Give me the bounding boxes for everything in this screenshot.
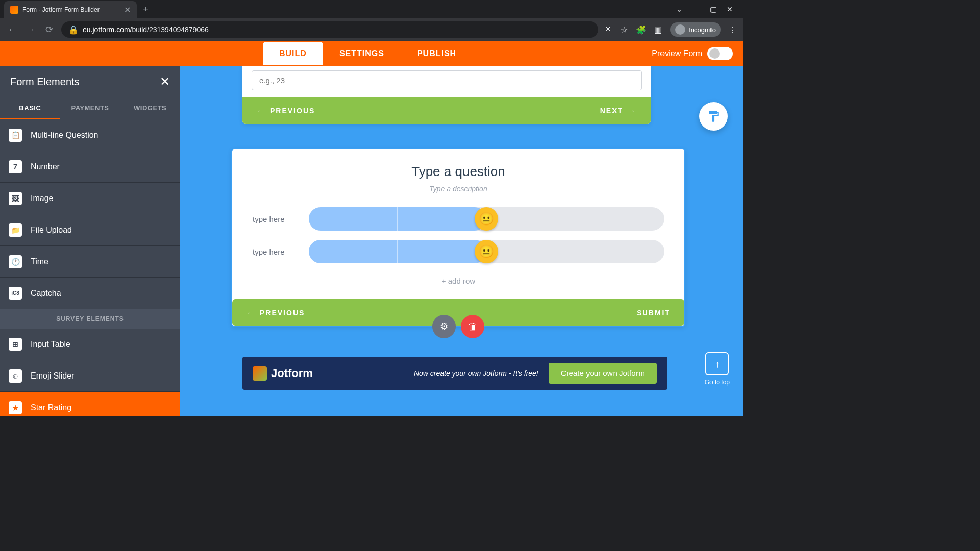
- emoji-slider-track[interactable]: 😐: [309, 207, 664, 231]
- browser-chrome: Form - Jotform Form Builder ✕ + ⌄ ― ▢ ✕ …: [0, 0, 743, 41]
- star-icon: ★: [9, 401, 22, 414]
- previous-button[interactable]: ← PREVIOUS: [257, 107, 315, 115]
- paint-roller-icon: [707, 110, 720, 123]
- slider-emoji-handle[interactable]: 😐: [475, 240, 498, 263]
- sidebar-title: Form Elements: [10, 76, 80, 88]
- form-canvas[interactable]: ← PREVIOUS NEXT → Type a question Type a…: [180, 66, 743, 416]
- element-number[interactable]: 7 Number: [0, 151, 180, 183]
- section-survey-elements: SURVEY ELEMENTS: [0, 309, 180, 329]
- back-button[interactable]: ←: [6, 24, 18, 35]
- incognito-badge: Incognito: [670, 22, 721, 37]
- url-input[interactable]: 🔒 eu.jotform.com/build/231394094879066: [61, 21, 598, 38]
- element-multiline-question[interactable]: 📋 Multi-line Question: [0, 119, 180, 151]
- eye-off-icon[interactable]: 👁: [604, 25, 612, 34]
- sidebar-tabs: BASIC PAYMENTS WIDGETS: [0, 97, 180, 119]
- sidepanel-icon[interactable]: ▥: [654, 25, 662, 35]
- slider-row: type here 😐: [253, 240, 664, 263]
- browser-tab[interactable]: Form - Jotform Form Builder ✕: [4, 1, 137, 18]
- element-captcha[interactable]: iC8 Captcha: [0, 278, 180, 309]
- sidebar-tab-basic[interactable]: BASIC: [0, 97, 60, 119]
- emoji-icon: ☺: [9, 369, 22, 383]
- url-text: eu.jotform.com/build/231394094879066: [83, 26, 209, 34]
- favicon-icon: [10, 6, 18, 14]
- preview-toggle[interactable]: [707, 47, 733, 60]
- jotform-logo: Jotform: [253, 366, 313, 381]
- number-input-preview[interactable]: [252, 70, 642, 90]
- slider-fill: [309, 207, 486, 231]
- element-input-table[interactable]: ⊞ Input Table: [0, 329, 180, 360]
- tab-bar: Form - Jotform Form Builder ✕ + ⌄ ― ▢ ✕: [0, 0, 743, 18]
- element-emoji-slider[interactable]: ☺ Emoji Slider: [0, 360, 180, 392]
- caret-down-icon[interactable]: ⌄: [676, 5, 682, 13]
- previous-button[interactable]: ← PREVIOUS: [247, 309, 305, 317]
- reload-button[interactable]: ⟳: [43, 24, 55, 35]
- captcha-icon: iC8: [9, 287, 22, 300]
- app-header: BUILD SETTINGS PUBLISH Preview Form: [0, 41, 743, 66]
- promo-banner: Jotform Now create your own Jotform - It…: [242, 357, 667, 390]
- add-row-button[interactable]: + add row: [253, 272, 664, 289]
- slider-row-label[interactable]: type here: [253, 247, 299, 256]
- tab-title: Form - Jotform Form Builder: [22, 6, 120, 13]
- form-card-emoji-slider[interactable]: Type a question Type a description type …: [231, 148, 685, 327]
- maximize-icon[interactable]: ▢: [710, 5, 717, 13]
- new-tab-button[interactable]: +: [143, 4, 149, 15]
- address-bar: ← → ⟳ 🔒 eu.jotform.com/build/23139409487…: [0, 18, 743, 41]
- table-icon: ⊞: [9, 338, 22, 351]
- header-tabs: BUILD SETTINGS PUBLISH: [263, 42, 473, 65]
- goto-top-button[interactable]: ↑ Go to top: [705, 352, 730, 386]
- lock-icon: 🔒: [68, 25, 79, 35]
- image-icon: 🖼: [9, 192, 22, 205]
- arrow-left-icon: ←: [257, 107, 265, 115]
- elements-list[interactable]: 📋 Multi-line Question 7 Number 🖼 Image 📁…: [0, 119, 180, 416]
- card-actions: ⚙ 🗑: [432, 315, 484, 338]
- promo-cta-button[interactable]: Create your own Jotform: [549, 363, 657, 384]
- submit-button[interactable]: SUBMIT: [636, 309, 670, 317]
- tab-close-icon[interactable]: ✕: [124, 5, 131, 15]
- sidebar-tab-payments[interactable]: PAYMENTS: [60, 97, 120, 119]
- field-settings-button[interactable]: ⚙: [432, 315, 456, 338]
- tab-settings[interactable]: SETTINGS: [323, 42, 401, 65]
- multiline-icon: 📋: [9, 129, 22, 142]
- slider-emoji-handle[interactable]: 😐: [475, 207, 498, 231]
- slider-row: type here 😐: [253, 207, 664, 231]
- question-title[interactable]: Type a question: [253, 164, 664, 180]
- number-icon: 7: [9, 160, 22, 173]
- arrow-right-icon: →: [628, 107, 636, 115]
- card-nav-row: ← PREVIOUS NEXT →: [242, 97, 651, 124]
- emoji-slider-track[interactable]: 😐: [309, 240, 664, 263]
- kebab-menu-icon[interactable]: ⋮: [729, 25, 737, 35]
- element-star-rating[interactable]: ★ Star Rating: [0, 392, 180, 416]
- form-card-previous: ← PREVIOUS NEXT →: [242, 66, 651, 124]
- upload-icon: 📁: [9, 223, 22, 237]
- minimize-icon[interactable]: ―: [693, 5, 700, 13]
- incognito-icon: [675, 24, 685, 35]
- sidebar: Form Elements ✕ BASIC PAYMENTS WIDGETS 📋…: [0, 66, 180, 416]
- promo-text: Now create your own Jotform - It's free!: [414, 369, 538, 378]
- tab-build[interactable]: BUILD: [263, 42, 323, 65]
- extensions-icon[interactable]: 🧩: [636, 25, 646, 35]
- slider-fill: [309, 240, 486, 263]
- element-image[interactable]: 🖼 Image: [0, 183, 180, 214]
- field-delete-button[interactable]: 🗑: [461, 315, 484, 338]
- jotform-logo-icon: [253, 366, 267, 381]
- element-file-upload[interactable]: 📁 File Upload: [0, 214, 180, 246]
- form-designer-button[interactable]: [699, 102, 728, 131]
- address-bar-icons: 👁 ☆ 🧩 ▥ Incognito ⋮: [604, 22, 737, 37]
- arrow-up-icon: ↑: [715, 358, 720, 370]
- window-controls: ⌄ ― ▢ ✕: [676, 5, 739, 13]
- sidebar-tab-widgets[interactable]: WIDGETS: [120, 97, 180, 119]
- bookmark-icon[interactable]: ☆: [621, 25, 628, 35]
- question-description[interactable]: Type a description: [253, 185, 664, 193]
- clock-icon: 🕐: [9, 255, 22, 268]
- element-time[interactable]: 🕐 Time: [0, 246, 180, 278]
- preview-label: Preview Form: [652, 49, 702, 58]
- forward-button[interactable]: →: [24, 24, 37, 35]
- sidebar-close-button[interactable]: ✕: [160, 74, 170, 89]
- sidebar-header: Form Elements ✕: [0, 66, 180, 97]
- arrow-left-icon: ←: [247, 309, 255, 317]
- tab-publish[interactable]: PUBLISH: [401, 42, 473, 65]
- close-window-icon[interactable]: ✕: [727, 5, 733, 13]
- next-button[interactable]: NEXT →: [600, 107, 636, 115]
- preview-form-control: Preview Form: [652, 47, 743, 60]
- slider-row-label[interactable]: type here: [253, 215, 299, 223]
